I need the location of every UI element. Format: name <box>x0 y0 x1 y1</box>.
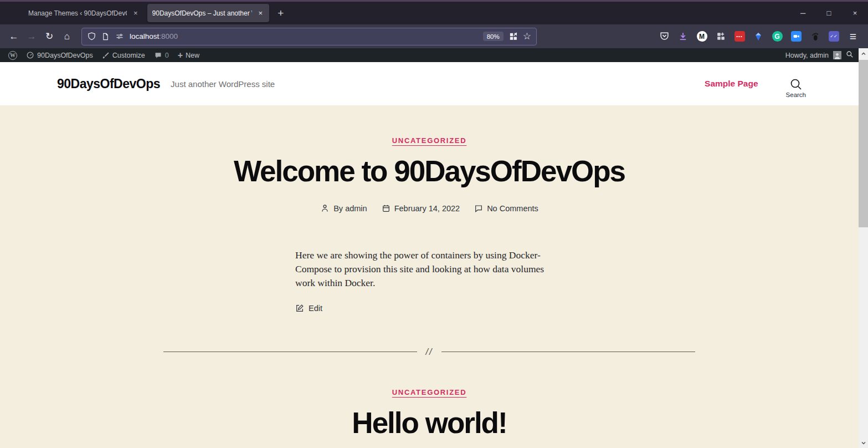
tab-bar: Manage Themes ‹ 90DaysOfDevOps × 90DaysO… <box>0 2 868 24</box>
window-controls: ─ □ × <box>790 2 868 24</box>
customize-label: Customize <box>112 52 145 59</box>
new-label: New <box>186 52 199 59</box>
wp-logo-menu[interactable]: W <box>4 48 22 62</box>
howdy-label[interactable]: Howdy, admin <box>785 52 829 59</box>
url-text[interactable]: localhost:8000 <box>130 32 478 40</box>
extension-squares-plus-icon[interactable] <box>711 28 730 45</box>
site-header: 90DaysOfDevOps Just another WordPress si… <box>0 62 859 105</box>
scrollbar-thumb[interactable] <box>859 60 868 227</box>
tab-title: Manage Themes ‹ 90DaysOfDevOps <box>28 9 127 17</box>
grammarly-icon[interactable]: G <box>768 28 787 45</box>
category-link[interactable]: UNCATEGORIZED <box>392 136 467 145</box>
browser-window: Manage Themes ‹ 90DaysOfDevOps × 90DaysO… <box>0 0 868 448</box>
maximize-button[interactable]: □ <box>816 2 842 24</box>
content-area: UNCATEGORIZED Welcome to 90DaysOfDevOps … <box>0 105 859 440</box>
double-check-app-icon[interactable]: ✓✓ <box>824 28 843 45</box>
wordpress-logo-icon: W <box>8 51 17 60</box>
admin-bar-site-name[interactable]: 90DaysOfDevOps <box>22 48 97 62</box>
site-page: 90DaysOfDevOps Just another WordPress si… <box>0 62 859 448</box>
close-button[interactable]: × <box>842 2 868 24</box>
avatar[interactable] <box>833 51 841 59</box>
calendar-icon <box>382 204 391 213</box>
separator-line <box>163 352 417 352</box>
post-date[interactable]: February 14, 2022 <box>382 203 460 213</box>
post-welcome: UNCATEGORIZED Welcome to 90DaysOfDevOps … <box>0 105 859 313</box>
permissions-sliders-icon[interactable] <box>115 32 125 40</box>
tab-title: 90DaysOfDevOps – Just another Wo <box>152 9 252 17</box>
primary-nav: Sample Page Search <box>705 70 806 98</box>
author-label: By admin <box>333 204 367 213</box>
admin-search-icon[interactable] <box>846 50 854 60</box>
page-info-icon[interactable] <box>101 32 110 41</box>
gnome-foot-icon[interactable] <box>805 28 824 45</box>
lastpass-icon[interactable]: ••• <box>730 28 749 45</box>
extension-toolbar: M ••• G ✓✓ <box>655 28 863 45</box>
post-title[interactable]: Hello world! <box>0 406 859 440</box>
date-label: February 14, 2022 <box>394 204 460 213</box>
post-hello-world: UNCATEGORIZED Hello world! <box>0 357 859 440</box>
post-body-text: Here we are showing the power of contain… <box>295 248 563 291</box>
downloads-icon[interactable] <box>674 28 692 45</box>
header-search-button[interactable]: Search <box>786 78 806 98</box>
admin-bar-right: Howdy, admin <box>785 50 854 60</box>
site-title-link[interactable]: 90DaysOfDevOps <box>57 77 160 91</box>
minimize-button[interactable]: ─ <box>790 2 816 24</box>
separator-slashes: // <box>426 347 433 357</box>
chevron-down-icon <box>861 440 866 446</box>
chevron-up-icon <box>861 51 866 57</box>
comments-bubble-icon <box>154 52 162 59</box>
reload-button[interactable]: ↻ <box>40 28 58 45</box>
url-bar[interactable]: localhost:8000 80% ☆ <box>81 28 537 45</box>
plus-icon: + <box>178 50 183 60</box>
admin-bar-new[interactable]: + New <box>173 48 204 62</box>
scroll-down-button[interactable] <box>859 437 868 448</box>
search-icon <box>789 78 803 91</box>
post-meta: By admin February 14, 2022 No Comments <box>0 203 859 213</box>
extension-m-icon[interactable]: M <box>692 28 711 45</box>
person-icon <box>320 203 330 213</box>
blue-gem-icon[interactable] <box>749 28 768 45</box>
url-host: localhost <box>130 32 159 40</box>
navigation-toolbar: ← → ↻ ⌂ localhost:8000 80% ☆ M <box>0 24 868 48</box>
site-tagline: Just another WordPress site <box>171 79 275 89</box>
home-button[interactable]: ⌂ <box>58 28 76 45</box>
separator-line <box>441 352 695 352</box>
admin-bar-customize[interactable]: Customize <box>97 48 150 62</box>
admin-bar-comments[interactable]: 0 <box>150 48 173 62</box>
scroll-up-button[interactable] <box>859 48 868 59</box>
page-viewport: W 90DaysOfDevOps Customize 0 <box>0 48 868 448</box>
search-label: Search <box>786 91 806 98</box>
new-tab-button[interactable]: + <box>272 6 289 21</box>
comment-icon <box>474 204 483 213</box>
edit-post-link[interactable]: Edit <box>295 304 563 313</box>
zoom-app-icon[interactable] <box>787 28 805 45</box>
site-name-label: 90DaysOfDevOps <box>37 52 93 59</box>
edit-label: Edit <box>309 304 322 313</box>
nav-link-sample-page[interactable]: Sample Page <box>705 79 758 89</box>
zoom-level-badge[interactable]: 80% <box>483 32 504 41</box>
post-author[interactable]: By admin <box>320 203 367 213</box>
bookmark-star-icon[interactable]: ☆ <box>523 30 531 42</box>
tab-close-icon[interactable]: × <box>257 8 265 18</box>
category-link[interactable]: UNCATEGORIZED <box>392 388 467 396</box>
comments-label: No Comments <box>487 204 538 213</box>
dashboard-gauge-icon <box>26 51 34 59</box>
wp-admin-bar: W 90DaysOfDevOps Customize 0 <box>0 48 868 62</box>
vertical-scrollbar[interactable] <box>859 48 868 448</box>
tab-manage-themes[interactable]: Manage Themes ‹ 90DaysOfDevOps × <box>23 4 145 22</box>
edit-pencil-icon <box>295 304 304 313</box>
hamburger-menu-icon[interactable]: ≡ <box>843 28 863 45</box>
screenshot-grid-icon[interactable] <box>509 32 518 41</box>
forward-button[interactable]: → <box>23 28 40 45</box>
tab-site-front[interactable]: 90DaysOfDevOps – Just another Wo × <box>147 4 270 22</box>
tracking-shield-icon[interactable] <box>87 32 96 41</box>
customize-brush-icon <box>102 52 110 59</box>
url-port: :8000 <box>159 32 178 40</box>
comment-count: 0 <box>165 52 169 59</box>
tab-close-icon[interactable]: × <box>132 8 140 18</box>
post-title[interactable]: Welcome to 90DaysOfDevOps <box>0 154 859 188</box>
back-button[interactable]: ← <box>5 28 23 45</box>
pocket-icon[interactable] <box>655 28 674 45</box>
post-comments[interactable]: No Comments <box>474 203 538 213</box>
post-separator: // <box>163 347 695 357</box>
